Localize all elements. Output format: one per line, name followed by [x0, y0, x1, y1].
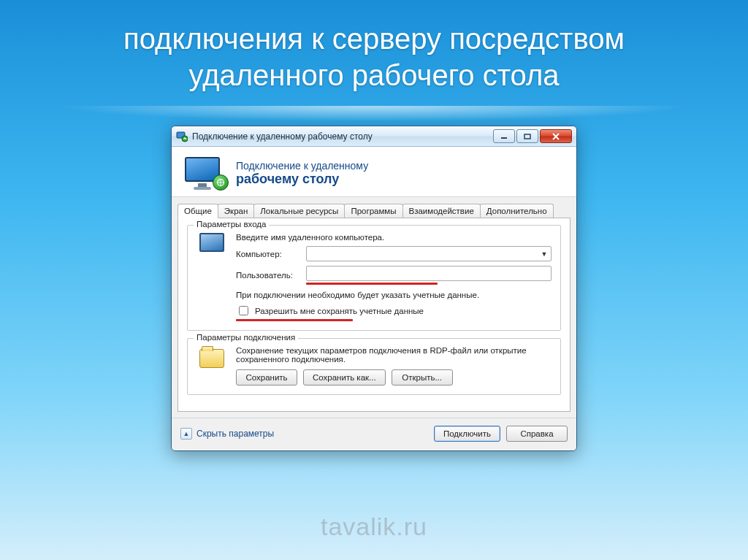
rdp-app-icon: [176, 131, 188, 142]
tab-general[interactable]: Общие: [178, 204, 218, 218]
user-label: Пользователь:: [236, 271, 299, 280]
maximize-button[interactable]: [516, 129, 538, 143]
folder-icon: [196, 346, 227, 386]
tab-advanced[interactable]: Дополнительно: [480, 204, 554, 218]
caption-buttons: [492, 129, 572, 143]
open-button[interactable]: Открыть...: [392, 369, 453, 386]
header-line2: рабочему столу: [236, 172, 368, 187]
collapse-icon: ▲: [180, 428, 192, 440]
user-textbox[interactable]: [306, 266, 552, 281]
annotation-underline-user: [306, 283, 438, 285]
chevron-down-icon: ▼: [539, 249, 549, 259]
svg-rect-3: [524, 134, 530, 139]
connect-button[interactable]: Подключить: [434, 426, 500, 442]
tab-local-resources[interactable]: Локальные ресурсы: [253, 204, 345, 218]
tab-experience[interactable]: Взаимодействие: [402, 204, 481, 218]
titlebar[interactable]: Подключение к удаленному рабочему столу: [172, 126, 576, 147]
save-as-button[interactable]: Сохранить как...: [303, 369, 386, 386]
login-group: Параметры входа Введите имя удаленного к…: [187, 225, 561, 331]
header-line1: Подключение к удаленному: [236, 160, 368, 172]
tab-strip: Общие Экран Локальные ресурсы Программы …: [178, 204, 570, 218]
save-credentials-label: Разрешить мне сохранять учетные данные: [255, 307, 424, 315]
hide-options-label: Скрыть параметры: [196, 429, 274, 439]
footer-band: ▲ Скрыть параметры Подключить Справка: [172, 418, 576, 450]
minimize-button[interactable]: [493, 129, 515, 143]
close-button[interactable]: [540, 129, 572, 143]
rdp-large-icon: [185, 157, 226, 189]
connection-description: Сохранение текущих параметров подключени…: [236, 346, 552, 364]
tab-programs[interactable]: Программы: [344, 204, 402, 218]
annotation-underline-checkbox: [236, 319, 353, 321]
window-title: Подключение к удаленному рабочему столу: [192, 131, 492, 142]
svg-rect-2: [501, 137, 507, 139]
header-band: Подключение к удаленному рабочему столу: [172, 147, 576, 197]
rdp-window: Подключение к удаленному рабочему столу …: [171, 126, 577, 451]
svg-point-1: [182, 136, 188, 142]
save-credentials-checkbox[interactable]: [239, 306, 248, 315]
help-button[interactable]: Справка: [506, 426, 568, 442]
computer-icon: [196, 233, 227, 321]
login-group-legend: Параметры входа: [194, 220, 269, 229]
tab-page-general: Параметры входа Введите имя удаленного к…: [178, 218, 570, 412]
tab-display[interactable]: Экран: [218, 204, 254, 218]
connection-group-legend: Параметры подключения: [194, 333, 298, 342]
watermark: tavalik.ru: [321, 513, 427, 541]
login-instruction: Введите имя удаленного компьютера.: [236, 233, 552, 242]
computer-label: Компьютер:: [236, 250, 299, 258]
hide-options-link[interactable]: ▲ Скрыть параметры: [180, 428, 274, 440]
credentials-hint: При подключении необходимо будет указать…: [236, 291, 552, 299]
slide-title: подключения к серверу посредством удален…: [0, 0, 748, 101]
connection-group: Параметры подключения Сохранение текущих…: [187, 338, 561, 395]
computer-combobox[interactable]: ▼: [306, 246, 552, 261]
save-button[interactable]: Сохранить: [236, 369, 297, 386]
